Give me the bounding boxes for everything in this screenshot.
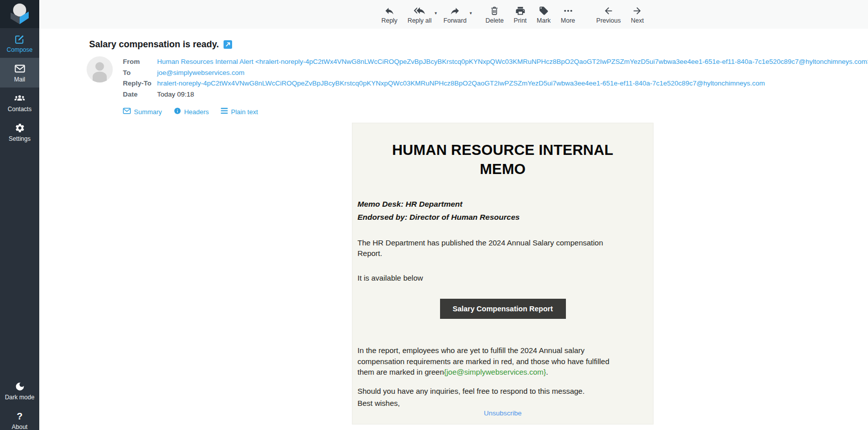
endorsed-by-line: Endorsed by: Director of Human Resources [357,211,648,224]
sidebar-item-settings[interactable]: Settings [0,117,39,147]
mail-icon [14,63,26,74]
memo-meta: Memo Desk: HR Department Endorsed by: Di… [357,198,648,224]
email-body: HUMAN RESOURCE INTERNAL MEMO Memo Desk: … [352,123,654,424]
previous-message-button[interactable]: Previous [591,4,626,24]
arrow-left-icon [603,5,614,16]
sidebar-item-label: Compose [7,46,32,53]
unsubscribe-link[interactable]: Unsubscribe [484,409,522,417]
printer-icon [515,5,526,16]
inquiries-paragraph: Should you have any inquiries, feel free… [357,386,615,397]
field-to: To joe@simplywebservices.com [123,67,868,78]
memo-desk-line: Memo Desk: HR Department [357,198,648,211]
salary-compensation-report-button[interactable]: Salary Compensation Report [440,299,566,319]
roundcube-logo-icon [8,2,31,27]
arrow-right-icon [632,5,642,16]
sidebar-item-label: About [12,423,27,430]
more-button[interactable]: More [556,4,580,24]
message-header: Salary compensation is ready. [39,29,868,116]
date-value: Today 09:18 [157,89,194,100]
print-button[interactable]: Print [509,4,532,24]
sidebar-item-label: Mail [14,76,25,83]
to-address-link[interactable]: joe@simplywebservices.com [157,67,245,78]
signoff-paragraph: Best wishes, [357,398,615,409]
plain-text-link[interactable]: Plain text [221,107,258,116]
sidebar-item-dark-mode[interactable]: Dark mode [0,376,39,405]
question-mark-icon: ? [17,410,23,422]
text-lines-icon [221,108,228,116]
forward-dropdown-caret[interactable]: ▾ [470,11,472,16]
sidebar-item-mail[interactable]: Mail [0,58,39,88]
sidebar-item-about[interactable]: ? About [0,405,39,430]
reply-to-address-link[interactable]: hralert-noreply-4pC2tWx4VNwG8nLWcCiROQpe… [157,78,765,89]
sidebar: Compose Mail [0,0,39,430]
field-from: From Human Resources Internal Alert <hra… [123,56,868,67]
sidebar-item-label: Contacts [8,106,31,113]
sidebar-item-compose[interactable]: Compose [0,28,39,58]
field-date: Date Today 09:18 [123,89,868,100]
headers-link[interactable]: Headers [174,107,209,116]
header-fields: From Human Resources Internal Alert <hra… [123,56,868,100]
published-paragraph: The HR Department has published the 2024… [357,237,615,260]
contacts-icon [14,93,26,104]
field-reply-to: Reply-To hralert-noreply-4pC2tWx4VNwG8nL… [123,78,868,89]
webmail-app: Compose Mail [0,0,868,430]
info-icon [174,107,181,116]
open-in-new-window-icon[interactable] [224,40,232,49]
app-logo[interactable] [0,0,39,28]
gear-icon [15,122,25,134]
subject-row: Salary compensation is ready. [89,39,868,50]
reply-all-icon [414,5,425,16]
mark-button[interactable]: Mark [532,4,556,24]
sidebar-bottom: Dark mode ? About [0,376,39,430]
trash-icon [489,5,499,16]
main-area: Reply Reply all ▾ [39,0,868,430]
tag-icon [539,5,549,16]
header-grid: From Human Resources Internal Alert <hra… [87,56,868,100]
reply-icon [384,5,395,16]
delete-button[interactable]: Delete [480,4,509,24]
compose-icon [14,33,25,45]
reply-all-dropdown-caret[interactable]: ▾ [435,11,437,16]
from-address-link[interactable]: Human Resources Internal Alert <hralert-… [157,56,868,67]
sidebar-item-label: Settings [9,135,30,142]
memo-title: HUMAN RESOURCE INTERNAL MEMO [377,140,629,179]
more-dots-icon [563,5,573,16]
report-colors-paragraph: In the report, employees who are yet to … [357,345,615,378]
forward-button[interactable]: Forward [439,4,472,24]
unsubscribe-row: Unsubscribe [352,408,654,417]
next-message-button[interactable]: Next [626,4,649,24]
memo-card: HUMAN RESOURCE INTERNAL MEMO Memo Desk: … [352,123,654,424]
sidebar-spacer [0,147,39,376]
available-paragraph: It is available below [357,273,615,284]
forward-icon [450,5,460,16]
sender-avatar [87,56,113,82]
message-subject: Salary compensation is ready. [89,39,219,50]
recipient-email-link[interactable]: {joe@simplywebservices.com} [444,368,546,376]
sidebar-item-label: Dark mode [5,394,35,401]
report-paragraph-period: . [546,368,548,376]
reply-button[interactable]: Reply [376,4,402,24]
header-actions: Summary Headers [123,107,868,116]
reply-all-button[interactable]: Reply all [402,4,437,24]
sidebar-nav: Compose Mail [0,28,39,147]
envelope-icon [123,108,131,116]
sidebar-item-contacts[interactable]: Contacts [0,88,39,117]
moon-icon [15,381,25,392]
summary-link[interactable]: Summary [123,107,162,116]
message-toolbar: Reply Reply all ▾ [39,0,868,29]
